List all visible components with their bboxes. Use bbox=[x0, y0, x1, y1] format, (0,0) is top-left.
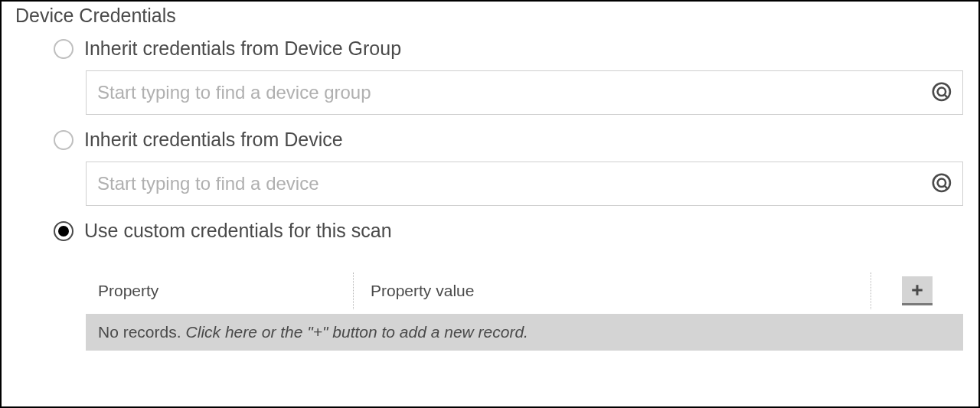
device-credentials-panel: Device Credentials Inherit credentials f… bbox=[0, 0, 980, 408]
table-header: Property Property value bbox=[86, 273, 963, 309]
empty-hint: Click here or the "+" button to add a ne… bbox=[186, 323, 528, 341]
svg-line-2 bbox=[945, 95, 947, 97]
column-header-property[interactable]: Property bbox=[86, 273, 354, 309]
device-search-field[interactable] bbox=[86, 162, 963, 206]
svg-point-3 bbox=[933, 175, 950, 191]
section-title: Device Credentials bbox=[15, 5, 963, 27]
device-group-search-input[interactable] bbox=[97, 82, 932, 103]
option-custom: Use custom credentials for this scan bbox=[54, 220, 963, 242]
svg-line-5 bbox=[945, 186, 947, 188]
radio-inherit-group[interactable] bbox=[54, 39, 74, 59]
radio-label-custom: Use custom credentials for this scan bbox=[84, 220, 392, 242]
plus-icon bbox=[910, 283, 924, 297]
radio-label-inherit-device: Inherit credentials from Device bbox=[84, 129, 343, 151]
radio-row-inherit-device[interactable]: Inherit credentials from Device bbox=[54, 129, 963, 151]
svg-point-0 bbox=[933, 83, 950, 100]
radio-label-inherit-group: Inherit credentials from Device Group bbox=[84, 38, 401, 60]
credentials-table: Property Property value No records. Clic… bbox=[86, 273, 963, 351]
empty-records-row[interactable]: No records. Click here or the "+" button… bbox=[86, 314, 963, 351]
option-inherit-device: Inherit credentials from Device bbox=[54, 129, 963, 206]
radio-row-inherit-group[interactable]: Inherit credentials from Device Group bbox=[54, 38, 963, 60]
radio-inherit-device[interactable] bbox=[54, 130, 74, 150]
column-header-value[interactable]: Property value bbox=[354, 273, 871, 309]
device-group-search-field[interactable] bbox=[86, 70, 963, 115]
svg-point-1 bbox=[938, 88, 946, 96]
option-inherit-group: Inherit credentials from Device Group bbox=[54, 38, 963, 115]
radio-custom[interactable] bbox=[54, 221, 74, 241]
empty-prefix: No records. bbox=[98, 323, 181, 341]
search-icon[interactable] bbox=[932, 173, 953, 194]
search-icon[interactable] bbox=[932, 82, 953, 103]
add-record-button[interactable] bbox=[902, 276, 933, 305]
radio-row-custom[interactable]: Use custom credentials for this scan bbox=[54, 220, 963, 242]
column-header-action bbox=[871, 273, 963, 309]
svg-point-4 bbox=[938, 179, 946, 188]
device-search-input[interactable] bbox=[97, 173, 932, 194]
